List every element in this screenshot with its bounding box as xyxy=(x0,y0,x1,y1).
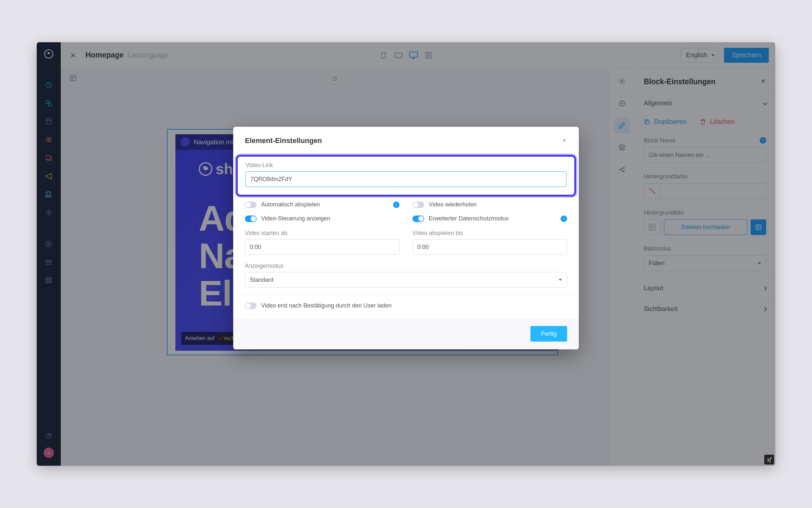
privacy-label: Erweiterter Datenschutzmodus xyxy=(429,215,556,222)
modal-overlay[interactable]: Element-Einstellungen Video-Link Automat… xyxy=(37,42,775,466)
video-link-label: Video-Link xyxy=(246,162,566,169)
confirm-load-label: Video erst nach Bestätigung durch den Us… xyxy=(261,302,567,309)
video-link-input[interactable] xyxy=(246,171,566,187)
element-settings-modal: Element-Einstellungen Video-Link Automat… xyxy=(233,127,579,349)
symfony-badge-icon[interactable]: sf xyxy=(764,455,774,464)
confirm-load-toggle[interactable] xyxy=(245,303,256,309)
video-link-highlight: Video-Link xyxy=(236,155,576,197)
info-icon[interactable]: ↑ xyxy=(561,215,567,222)
loop-toggle[interactable] xyxy=(413,202,424,208)
app-window: A Homepage Landingpage English Speichern xyxy=(37,42,775,466)
modal-title: Element-Einstellungen xyxy=(245,136,322,145)
controls-toggle[interactable] xyxy=(245,215,256,222)
autoplay-label: Automatisch abspielen xyxy=(261,201,388,208)
start-time-input[interactable] xyxy=(245,239,399,255)
loop-label: Video wiederholen xyxy=(429,201,567,208)
privacy-toggle[interactable] xyxy=(413,215,424,222)
display-mode-select[interactable]: Standard xyxy=(245,272,567,288)
autoplay-toggle[interactable] xyxy=(245,202,256,208)
start-time-label: Video starten ab xyxy=(245,230,399,237)
end-time-input[interactable] xyxy=(413,239,567,255)
end-time-label: Video abspielen bis xyxy=(413,230,567,237)
close-modal-button[interactable] xyxy=(562,137,567,144)
done-button[interactable]: Fertig xyxy=(530,326,567,342)
controls-label: Video-Steuerung anzeigen xyxy=(261,215,399,222)
info-icon[interactable]: ↑ xyxy=(393,202,399,208)
display-mode-label: Anzeigemodus xyxy=(245,263,567,269)
